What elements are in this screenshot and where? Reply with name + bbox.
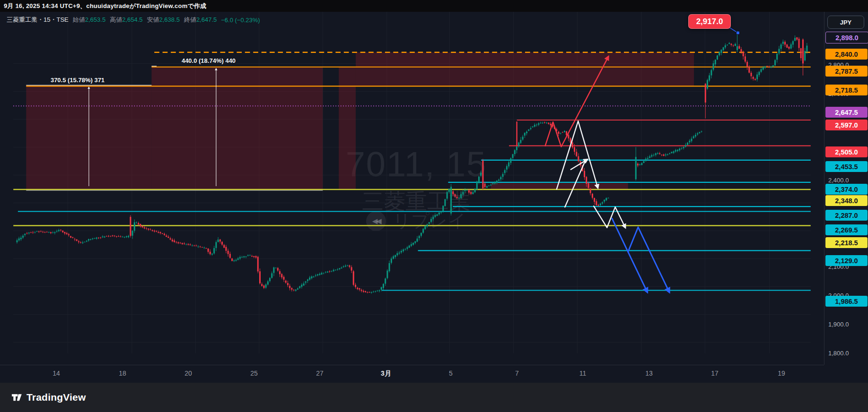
- candle-body: [683, 147, 684, 148]
- candle-body: [608, 198, 609, 198]
- candle-body: [193, 246, 195, 246]
- candle-body: [568, 135, 569, 138]
- candle-body: [203, 248, 205, 248]
- price-level-chip-2,129.0[interactable]: 2,129.0: [825, 255, 868, 266]
- candle-body: [733, 45, 734, 46]
- price-level-chip-2,787.5[interactable]: 2,787.5: [825, 66, 868, 77]
- candle-body: [717, 56, 718, 60]
- candle-body: [635, 157, 637, 179]
- time-axis-label: 20: [184, 369, 192, 377]
- candle-body: [697, 133, 698, 134]
- candle-body: [772, 65, 774, 67]
- time-axis[interactable]: 14182025273月5711131719: [0, 365, 824, 383]
- candle-body: [124, 237, 125, 238]
- candle-body: [723, 47, 724, 50]
- price-level-chip-2,505.0[interactable]: 2,505.0: [825, 146, 868, 157]
- candle-body: [353, 271, 354, 285]
- candle-body: [343, 266, 344, 267]
- candle-body: [162, 233, 163, 234]
- candle-body: [796, 37, 798, 40]
- candle-body: [602, 202, 603, 204]
- price-level-chip-2,348.0[interactable]: 2,348.0: [825, 195, 868, 206]
- candle-body: [780, 44, 782, 49]
- fib-zone-box: [339, 67, 356, 189]
- price-level-chip-2,718.5[interactable]: 2,718.5: [825, 85, 868, 95]
- candle-body: [229, 254, 231, 258]
- candle-body: [663, 154, 665, 156]
- currency-button[interactable]: JPY: [827, 16, 864, 29]
- candle-body: [22, 236, 24, 238]
- candle-body: [643, 161, 644, 163]
- price-level-chip-2,374.0[interactable]: 2,374.0: [825, 184, 868, 195]
- candle-body: [391, 258, 392, 263]
- price-level-chip-2,453.5[interactable]: 2,453.5: [825, 161, 868, 172]
- price-callout-2917[interactable]: 2,917.0: [688, 14, 731, 29]
- ohlc-legend[interactable]: 三菱重工業・15・TSE 始値2,653.5 高値2,654.5 安値2,638…: [7, 16, 260, 24]
- candle-body: [508, 163, 509, 167]
- candle-body: [269, 278, 271, 281]
- candle-body: [70, 236, 71, 238]
- candle-body: [490, 185, 491, 185]
- price-level-chip-2,287.0[interactable]: 2,287.0: [825, 210, 868, 221]
- candle-body: [738, 46, 740, 49]
- candle-body: [195, 246, 197, 246]
- candle-body: [202, 247, 203, 248]
- price-level-chip-2,898.0[interactable]: 2,898.0: [825, 32, 868, 43]
- candle-body: [518, 143, 519, 146]
- candle-body: [421, 233, 422, 236]
- candle-body: [514, 150, 516, 154]
- time-axis-label: 13: [645, 369, 653, 377]
- low-label: 安値: [147, 16, 159, 23]
- candle-body: [600, 204, 601, 205]
- candle-body: [673, 151, 675, 153]
- candle-body: [215, 242, 217, 248]
- chart-pane[interactable]: [0, 12, 824, 365]
- candle-body: [251, 256, 253, 257]
- price-level-chip-2,218.5[interactable]: 2,218.5: [825, 237, 868, 248]
- candle-body: [474, 189, 476, 192]
- candle-body: [806, 46, 807, 52]
- candle-body: [653, 155, 655, 155]
- candle-body: [367, 292, 368, 292]
- candle-body: [649, 156, 650, 158]
- tradingview-chart-window: 9月 16, 2025 14:34 UTC+9、chuuidaytradeがTr…: [0, 0, 868, 412]
- price-level-chip-2,269.5[interactable]: 2,269.5: [825, 224, 868, 235]
- price-level-chip-1,986.5[interactable]: 1,986.5: [825, 296, 868, 307]
- tradingview-logo[interactable]: TradingView: [11, 392, 86, 403]
- fib-zone-box: [491, 182, 628, 189]
- candle-body: [572, 142, 573, 147]
- price-level-chip-2,647.5[interactable]: 2,647.5: [825, 107, 868, 118]
- candle-body: [249, 255, 251, 256]
- time-axis-label: 18: [119, 369, 126, 377]
- price-axis[interactable]: JPY 2,800.02,700.02,400.02,100.02,000.01…: [824, 12, 868, 365]
- candle-body: [754, 79, 756, 80]
- candle-body: [458, 198, 460, 199]
- candle-body: [761, 69, 762, 72]
- candle-body: [466, 190, 468, 190]
- drawing-annotation: [628, 227, 669, 292]
- candle-body: [665, 154, 666, 155]
- candle-body: [522, 137, 524, 139]
- candle-body: [182, 243, 183, 244]
- candle-body: [689, 141, 690, 143]
- candle-body: [122, 237, 123, 237]
- candle-body: [128, 236, 129, 237]
- candle-body: [197, 247, 199, 247]
- candle-body: [804, 51, 806, 60]
- symbol-title[interactable]: 三菱重工業・15・TSE: [7, 16, 69, 24]
- candle-body: [532, 127, 534, 128]
- candle-body: [277, 268, 279, 270]
- candle-body: [587, 183, 589, 188]
- price-level-chip-2,597.0[interactable]: 2,597.0: [825, 120, 868, 130]
- candle-body: [231, 258, 233, 261]
- candle-body: [160, 232, 161, 233]
- fib-label-440: 440.0 (18.74%) 440: [182, 57, 236, 64]
- candle-body: [494, 182, 496, 184]
- attribution-text: 9月 16, 2025 14:34 UTC+9、chuuidaytradeがTr…: [4, 2, 206, 10]
- candle-body: [798, 39, 800, 48]
- candle-body: [309, 277, 310, 279]
- candle-body: [90, 239, 91, 240]
- candle-body: [542, 123, 544, 123]
- candle-body: [705, 84, 706, 103]
- price-level-chip-2,840.0[interactable]: 2,840.0: [825, 49, 868, 60]
